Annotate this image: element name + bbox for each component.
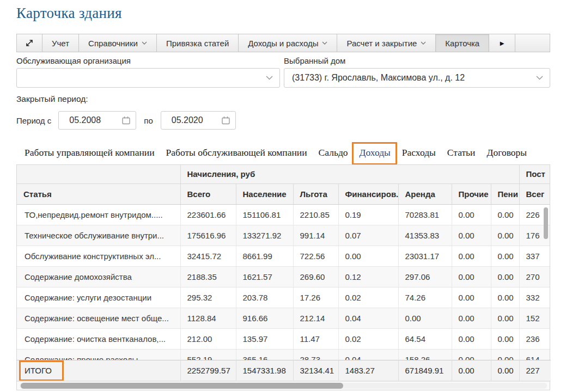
toolbar-button[interactable]: Доходы и расходы — [239, 34, 337, 52]
scrollbar-thumb[interactable] — [21, 383, 343, 389]
grid-tab[interactable]: Договоры — [486, 147, 527, 158]
value-cell: 158.26 — [398, 349, 452, 360]
expand-button[interactable] — [17, 34, 42, 52]
grid-tab[interactable]: Статьи — [447, 147, 476, 158]
toolbar-button-label: Справочники — [88, 39, 138, 48]
table-row[interactable]: Содержание: услуги дезостанции 295.32203… — [17, 287, 550, 308]
column-header: Аренда — [398, 183, 452, 204]
value-cell: 0.00 — [452, 287, 491, 308]
value-cell: 11.47 — [293, 328, 338, 349]
article-cell: Содержание: освещение мест обще... — [17, 308, 180, 328]
total-value-cell: 1483.27 — [338, 360, 398, 381]
service-org-select[interactable] — [16, 68, 280, 88]
total-value-cell: 1547331.98 — [236, 360, 293, 381]
grid-tab[interactable]: Расходы — [402, 147, 436, 158]
toolbar-button[interactable]: Учет — [42, 34, 79, 52]
value-cell: 614 — [519, 349, 550, 360]
value-cell: 212.00 — [180, 328, 236, 349]
horizontal-scrollbar[interactable] — [17, 381, 550, 390]
total-label: ИТОГО — [25, 366, 52, 375]
tab-label: Работы управляющей компании — [25, 147, 155, 158]
resize-diagonal-icon — [25, 39, 34, 47]
table-row[interactable]: Техническое обслуживание внутри... 17561… — [17, 225, 550, 246]
selected-house-value: (31733) г. Ярославль, Максимова ул., д. … — [292, 73, 536, 83]
article-cell: Техническое обслуживание внутри... — [17, 225, 180, 246]
toolbar-button[interactable]: Привязка статей — [157, 34, 239, 52]
calendar-icon[interactable] — [121, 116, 136, 125]
article-cell: Содержание: прочие расходы — [17, 349, 180, 360]
tab-label: Статьи — [447, 147, 476, 158]
value-cell: 0.00 — [491, 266, 519, 287]
value-cell: 28.73 — [293, 349, 338, 360]
value-cell: 0.00 — [452, 246, 491, 266]
total-value-cell: 0.00 — [491, 360, 519, 381]
selected-house-select[interactable]: (31733) г. Ярославль, Максимова ул., д. … — [284, 68, 550, 88]
grid-scroll-area: Начисления, руб Пост Статья ВсегоНаселен… — [17, 165, 550, 360]
value-cell: 0.07 — [338, 225, 398, 246]
value-cell: 236 — [519, 328, 550, 349]
toolbar-button[interactable]: Расчет и закрытие — [337, 34, 436, 52]
table-row[interactable]: Содержание домохозяйства 2188.351621.572… — [17, 266, 550, 287]
toolbar-buttons: Учет Справочники Привязка статей Доходы … — [42, 34, 489, 52]
value-cell: 70283.81 — [398, 204, 452, 225]
period-from-input[interactable]: 05.2008 — [58, 111, 136, 130]
period-to-input[interactable]: 05.2020 — [161, 111, 236, 130]
value-cell: 0.00 — [491, 287, 519, 308]
article-cell: Обслуживание конструктивных эл... — [17, 246, 180, 266]
chevron-down-icon — [142, 41, 147, 45]
value-cell: 991.14 — [293, 225, 338, 246]
toolbar-button-label: Карточка — [445, 39, 479, 48]
table-row[interactable]: Содержание: прочие расходы 552.19365.162… — [17, 349, 550, 360]
value-cell: 722.56 — [293, 246, 338, 266]
vertical-scrollbar[interactable] — [544, 207, 548, 239]
value-cell: 0.00 — [491, 308, 519, 328]
toolbar-button[interactable]: Карточка — [436, 34, 489, 52]
value-cell: 2210.85 — [293, 204, 338, 225]
table-row[interactable]: Содержание: очистка вентканалов,... 212.… — [17, 328, 550, 349]
value-cell: 32415.72 — [180, 246, 236, 266]
chevron-down-icon — [536, 76, 543, 80]
toolbar-spacer — [515, 34, 550, 52]
toolbar-button[interactable]: Справочники — [79, 34, 157, 52]
value-cell: 916.66 — [236, 308, 293, 328]
value-cell: 0.00 — [491, 204, 519, 225]
toolbar-more-button[interactable]: ► — [489, 34, 515, 52]
tab-label: Доходы — [360, 147, 391, 158]
page-title: Карточка здания — [16, 3, 550, 23]
grid-tab[interactable]: Работы управляющей компании — [25, 147, 155, 158]
grid-tab[interactable]: Доходы — [360, 147, 391, 158]
value-cell: 0.19 — [338, 204, 398, 225]
tab-label: Сальдо — [319, 147, 348, 158]
period-from-label: Период с — [16, 116, 51, 125]
value-cell: 297.06 — [398, 266, 452, 287]
value-cell: 269.60 — [293, 266, 338, 287]
calendar-icon[interactable] — [221, 116, 235, 125]
column-header-row: Статья ВсегоНаселениеЛьготаФинансиров.Ар… — [17, 183, 550, 204]
value-cell: 0.02 — [338, 287, 398, 308]
grid-tab[interactable]: Работы обслуживающей компании — [166, 147, 307, 158]
value-cell: 151106.81 — [236, 204, 293, 225]
toolbar-button-label: Расчет и закрытие — [346, 39, 417, 48]
column-header: Всег — [519, 183, 550, 204]
table-row[interactable]: Обслуживание конструктивных эл... 32415.… — [17, 246, 550, 266]
band-empty-cell — [17, 165, 180, 183]
value-cell: 0.00 — [491, 225, 519, 246]
total-value-cell: 671849.91 — [398, 360, 452, 381]
value-cell: 133271.92 — [236, 225, 293, 246]
total-value-cell: 2252799.57 — [180, 360, 236, 381]
article-cell: Содержание: услуги дезостанции — [17, 287, 180, 308]
value-cell: 337 — [519, 246, 550, 266]
article-cell: ТО,непредвид.ремонт внутридом..... — [17, 204, 180, 225]
scrollbar-track[interactable] — [20, 383, 547, 389]
table-row[interactable]: Содержание: освещение мест обще... 1128.… — [17, 308, 550, 328]
period-to-value: 05.2020 — [161, 115, 221, 125]
value-cell: 64.54 — [398, 328, 452, 349]
period-from-value: 05.2008 — [59, 115, 121, 125]
value-cell: 365.16 — [236, 349, 293, 360]
table-row[interactable]: ТО,непредвид.ремонт внутридом..... 22360… — [17, 204, 550, 225]
tab-label: Расходы — [402, 147, 436, 158]
grid-tab[interactable]: Сальдо — [319, 147, 348, 158]
value-cell: 1621.57 — [236, 266, 293, 287]
value-cell: 223601.66 — [180, 204, 236, 225]
main-toolbar: Учет Справочники Привязка статей Доходы … — [16, 34, 550, 52]
